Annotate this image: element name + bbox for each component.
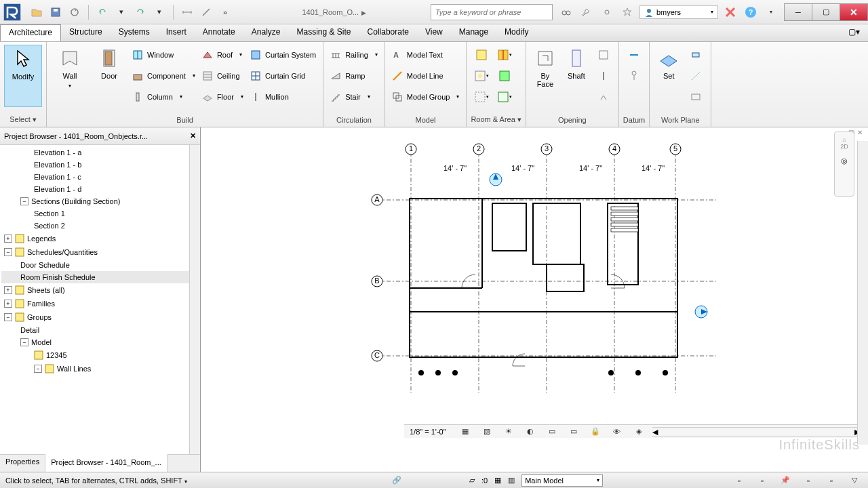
expand-icon[interactable]: − [20,338,28,346]
tab-analyze[interactable]: Analyze [243,24,289,41]
ref-plane-button[interactable] [685,66,707,85]
link-icon[interactable] [599,4,615,20]
tree-item[interactable]: Elevation 1 - d [1,183,199,195]
app-icon[interactable] [0,0,24,24]
tree-item[interactable]: +Sheets (all) [1,283,199,297]
dormer-button[interactable] [593,87,614,106]
qat-more-icon[interactable]: » [217,4,233,20]
measure-icon[interactable] [179,4,195,20]
workset-select[interactable]: Main Model▾ [521,474,603,487]
nav-wheel-icon[interactable]: ◎ [835,154,854,168]
viewer-button[interactable] [685,87,707,106]
maximize-button[interactable]: ▢ [812,3,840,21]
crop-icon[interactable]: ▭ [544,424,560,440]
tab-modify[interactable]: Modify [496,24,536,41]
room-sep-button[interactable]: ▾ [494,45,515,64]
tree-item[interactable]: Section 1 [1,207,199,220]
wrench-icon[interactable] [578,4,595,20]
roof-button[interactable]: Roof▾ [199,45,246,64]
ceiling-button[interactable]: Ceiling [199,66,246,85]
tree-item[interactable]: +Legends [1,232,199,245]
search-input[interactable] [431,4,553,20]
crop-visible-icon[interactable]: ▭ [566,424,582,440]
status-filter-icon[interactable]: ▱ [469,476,475,485]
tab-annotate[interactable]: Annotate [195,24,243,41]
model-line-button[interactable]: Model Line [389,66,462,85]
tab-insert[interactable]: Insert [158,24,195,41]
expand-icon[interactable]: − [20,197,28,205]
area-button[interactable] [494,66,515,85]
railing-button[interactable]: Railing▾ [328,45,380,64]
level-button[interactable] [623,45,645,64]
mullion-button[interactable]: Mullion [248,87,319,106]
set-workplane-button[interactable]: Set [654,45,684,107]
tab-structure[interactable]: Structure [61,24,111,41]
reveal-icon[interactable]: ◈ [631,424,647,440]
filter-icon[interactable]: ▽ [846,472,863,489]
tag-room-button[interactable]: ▾ [471,66,492,85]
sync-icon[interactable] [66,4,83,20]
tree-item[interactable]: Elevation 1 - c [1,171,199,183]
tab-manage[interactable]: Manage [451,24,496,41]
navigation-bar[interactable]: ⌂2D ◎ [834,131,854,197]
room-button[interactable] [471,45,492,64]
by-face-button[interactable]: By Face [530,45,560,107]
tree-item[interactable]: Section 2 [1,220,199,232]
expand-icon[interactable]: − [34,365,42,373]
vertical-opening-button[interactable] [593,66,614,85]
user-menu[interactable]: bmyers ▾ [639,5,718,19]
star-icon[interactable] [619,4,635,20]
dimension-icon[interactable] [198,4,214,20]
tree-scrollbar[interactable] [189,145,200,454]
close-button[interactable]: ✕ [840,3,868,21]
project-tree[interactable]: Elevation 1 - aElevation 1 - bElevation … [0,145,200,454]
modify-button[interactable]: Modify [4,45,42,107]
expand-icon[interactable]: + [4,300,12,308]
select-face-icon[interactable]: ▫ [800,472,816,489]
redo-icon[interactable] [132,4,149,20]
drawing-canvas[interactable]: — ▣ ✕ ⌂2D ◎ 1 2 3 4 5 A B [201,127,868,472]
close-browser-icon[interactable]: ✕ [190,131,196,140]
curtain-system-button[interactable]: Curtain System [248,45,319,64]
component-button[interactable]: Component▾ [130,66,198,85]
tree-item[interactable]: −Schedules/Quantities [1,245,199,259]
stair-button[interactable]: Stair▾ [328,87,380,106]
tree-item[interactable]: −Wall Lines [1,362,199,375]
binoculars-icon[interactable] [558,4,574,20]
tab-systems[interactable]: Systems [111,24,158,41]
redo-dropdown-icon[interactable]: ▾ [151,4,167,20]
expand-icon[interactable]: + [4,235,12,243]
open-icon[interactable] [28,4,45,20]
expand-icon[interactable]: − [4,313,12,321]
undo-icon[interactable] [94,4,111,20]
tab-massing[interactable]: Massing & Site [289,24,359,41]
ramp-button[interactable]: Ramp [328,66,380,85]
undo-dropdown-icon[interactable]: ▾ [113,4,130,20]
minimize-button[interactable]: ─ [784,3,812,21]
tree-item[interactable]: 12345 [1,348,199,362]
scale-display[interactable]: 1/8" = 1'-0" [404,428,452,436]
canvas-hscroll[interactable]: ◀▶ [652,427,860,436]
tree-item[interactable]: −Model [1,336,199,348]
tree-item[interactable]: Detail [1,324,199,336]
model-group-button[interactable]: Model Group▾ [389,87,462,106]
status-model-icon[interactable]: ▥ [508,476,515,485]
curtain-grid-button[interactable]: Curtain Grid [248,66,319,85]
select-links-icon[interactable]: ▫ [731,472,747,489]
select-underlay-icon[interactable]: ▫ [754,472,770,489]
window-button[interactable]: Window [130,45,198,64]
sun-path-icon[interactable]: ☀ [500,424,517,440]
expand-icon[interactable]: + [4,286,12,294]
tree-item[interactable]: +Families [1,297,199,310]
tree-item[interactable]: Elevation 1 - a [1,146,199,159]
view-close-icon[interactable]: ✕ [857,129,863,136]
exchange-icon[interactable] [722,4,738,20]
tree-item[interactable]: Door Schedule [1,259,199,271]
wall-button[interactable]: Wall▾ [51,45,89,107]
help-dropdown-icon[interactable]: ▾ [763,4,779,20]
grid-button[interactable] [623,66,645,85]
status-grid-icon[interactable]: ▦ [494,476,501,485]
drag-elements-icon[interactable]: ▫ [823,472,840,489]
panel-select-label[interactable]: Select ▾ [4,114,42,125]
door-button[interactable]: Door [90,45,128,107]
